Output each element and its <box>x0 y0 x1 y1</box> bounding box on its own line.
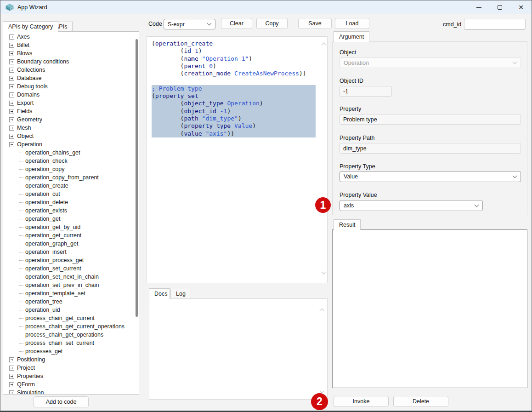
tree-item-process-chain-get-current[interactable]: process_chain_get_current <box>3 314 136 322</box>
tree-item-simulation[interactable]: Simulation <box>3 389 136 395</box>
tree-item-operation-create[interactable]: operation_create <box>3 182 136 190</box>
tree-item-process-chain-set-current[interactable]: process_chain_set_current <box>3 339 136 347</box>
tree-item-mesh[interactable]: Mesh <box>3 124 136 132</box>
tree-item-fields[interactable]: Fields <box>3 107 136 115</box>
tab-docs[interactable]: Docs <box>149 288 170 299</box>
tree-scrollbar-thumb[interactable] <box>136 39 138 317</box>
tree-item-operation-exists[interactable]: operation_exists <box>3 206 136 215</box>
close-button[interactable]: ✕ <box>510 0 532 14</box>
expand-icon[interactable] <box>9 68 14 73</box>
object-label: Object <box>340 49 356 56</box>
tree-item-domains[interactable]: Domains <box>3 91 136 99</box>
expand-icon[interactable] <box>9 134 14 139</box>
tree-item-operation-set-prev-in-chain[interactable]: operation_set_prev_in_chain <box>3 281 136 289</box>
property-input[interactable]: Problem type <box>340 114 521 125</box>
tree-item-debug-tools[interactable]: Debug tools <box>3 82 136 91</box>
tree-item-operation-get[interactable]: operation_get <box>3 215 136 223</box>
tree-item-process-chain-get-operations[interactable]: process_chain_get_operations <box>3 331 136 339</box>
load-button[interactable]: Load <box>335 18 369 29</box>
save-label: Save <box>308 20 322 27</box>
tree-item-operation-delete[interactable]: operation_delete <box>3 198 136 206</box>
expand-icon[interactable] <box>9 126 14 131</box>
code-editor[interactable]: (operation_create (id 1) (name "Operatio… <box>147 36 328 283</box>
expand-icon[interactable] <box>9 43 14 48</box>
tree-item-operation-template-set[interactable]: operation_template_set <box>3 289 136 298</box>
tree-item-object[interactable]: Object <box>3 132 136 140</box>
tree-item-export[interactable]: Export <box>3 99 136 107</box>
tree-item-label: operation_copy <box>25 166 64 172</box>
expand-icon[interactable] <box>9 374 14 379</box>
delete-button[interactable]: Delete <box>393 396 448 407</box>
expand-icon[interactable] <box>9 84 14 89</box>
expand-icon[interactable] <box>9 59 14 64</box>
code-format-select[interactable]: S-expr <box>164 19 215 29</box>
tree-item-process-chain-get-current-operations[interactable]: process_chain_get_current_operations <box>3 322 136 331</box>
expand-icon[interactable] <box>9 357 14 362</box>
tree-item-operation-copy-from-parent[interactable]: operation_copy_from_parent <box>3 173 136 182</box>
tree-item-operation-process-get[interactable]: operation_process_get <box>3 256 136 264</box>
collapse-icon[interactable] <box>9 142 14 147</box>
property-path-input[interactable]: dim_type <box>340 143 521 154</box>
editor-scroll-up-icon[interactable] <box>322 43 326 47</box>
tree-item-operation[interactable]: Operation <box>3 140 136 149</box>
tree-item-database[interactable]: Database <box>3 74 136 82</box>
object-id-input[interactable]: -1 <box>340 86 392 97</box>
add-to-code-button[interactable]: Add to code <box>34 396 89 407</box>
minimize-button[interactable] <box>468 0 489 14</box>
save-button[interactable]: Save <box>298 18 332 29</box>
tree-item-operation-cut[interactable]: operation_cut <box>3 190 136 198</box>
expand-icon[interactable] <box>9 92 14 97</box>
expand-icon[interactable] <box>9 109 14 114</box>
expand-icon[interactable] <box>9 101 14 106</box>
tree-item-operation-copy[interactable]: operation_copy <box>3 165 136 173</box>
tab-argument[interactable]: Argument <box>334 31 369 42</box>
chevron-down-icon <box>207 21 212 26</box>
copy-button[interactable]: Copy <box>256 18 288 29</box>
tree-item-boundary-conditions[interactable]: Boundary conditions <box>3 57 136 66</box>
tree-item-billet[interactable]: Billet <box>3 41 136 49</box>
expand-icon[interactable] <box>9 51 14 56</box>
expand-icon[interactable] <box>9 117 14 122</box>
tree-item-project[interactable]: Project <box>3 364 136 372</box>
docs-scroll-down-icon[interactable] <box>320 389 324 394</box>
property-value-label: Property Value <box>340 192 377 198</box>
tab-log[interactable]: Log <box>170 289 191 298</box>
tree-item-operation-tree[interactable]: operation_tree <box>3 298 136 306</box>
property-type-select[interactable]: Value <box>340 171 521 182</box>
tree-item-operation-get-current[interactable]: operation_get_current <box>3 231 136 240</box>
tree-item-operation-chains-get[interactable]: operation_chains_get <box>3 149 136 157</box>
tree-item-operation-uid[interactable]: operation_uid <box>3 306 136 314</box>
tree-item-operation-insert[interactable]: operation_insert <box>3 248 136 256</box>
tree-item-geometry[interactable]: Geometry <box>3 115 136 124</box>
tree-item-label: operation_set_current <box>25 265 81 272</box>
object-id-label: Object ID <box>340 78 363 84</box>
tree-item-processes-get[interactable]: processes_get <box>3 347 136 355</box>
expand-icon[interactable] <box>9 366 14 371</box>
tree-item-blows[interactable]: Blows <box>3 49 136 57</box>
tree-item-operation-set-next-in-chain[interactable]: operation_set_next_in_chain <box>3 273 136 281</box>
code-line-selected: ; Problem type <box>152 85 316 92</box>
expand-icon[interactable] <box>9 34 14 40</box>
tab-apis-by-category[interactable]: APIs by Category <box>3 21 58 32</box>
tree-item-operation-graph-get[interactable]: operation_graph_get <box>3 240 136 248</box>
tree-item-positioning[interactable]: Positioning <box>3 355 136 364</box>
tab-result[interactable]: Result <box>334 219 361 230</box>
editor-scroll-down-icon[interactable] <box>322 270 326 275</box>
tree-item-properties[interactable]: Properties <box>3 372 136 380</box>
expand-icon[interactable] <box>9 382 14 387</box>
tree-item-operation-check[interactable]: operation_check <box>3 157 136 165</box>
cmd-id-input[interactable] <box>464 19 526 29</box>
tree-item-collections[interactable]: Collections <box>3 66 136 74</box>
property-value-select[interactable]: axis <box>340 200 483 211</box>
tree-item-qform[interactable]: QForm <box>3 380 136 389</box>
docs-scroll-up-icon[interactable] <box>320 309 324 313</box>
maximize-button[interactable] <box>489 0 510 14</box>
invoke-button[interactable]: Invoke <box>334 396 389 407</box>
clear-button[interactable]: Clear <box>221 18 252 29</box>
tree-item-operation-get-by-uid[interactable]: operation_get_by_uid <box>3 223 136 231</box>
expand-icon[interactable] <box>9 390 14 395</box>
add-to-code-label: Add to code <box>46 399 77 405</box>
tree-item-axes[interactable]: Axes <box>3 33 136 41</box>
expand-icon[interactable] <box>9 76 14 81</box>
tree-item-operation-set-current[interactable]: operation_set_current <box>3 264 136 273</box>
